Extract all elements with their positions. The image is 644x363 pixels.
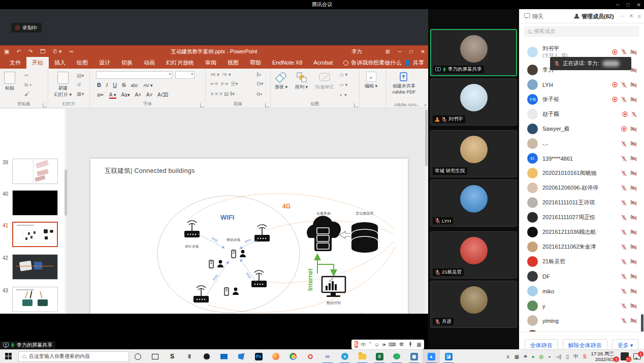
- start-button[interactable]: [5, 353, 12, 360]
- member-row[interactable]: miko: [519, 284, 644, 298]
- layout-icon[interactable]: ▤▾: [77, 73, 84, 79]
- member-row[interactable]: 202161111011王诗琪: [519, 195, 644, 210]
- camera-off-icon[interactable]: [630, 126, 637, 132]
- ime-mode-icon[interactable]: 中: [573, 353, 578, 360]
- mic-muted-icon[interactable]: [621, 244, 627, 250]
- copy-icon[interactable]: ⧉ ▾: [24, 82, 31, 88]
- shrink-font-button[interactable]: A˅: [146, 92, 153, 98]
- punctuation-icon[interactable]: '’: [369, 342, 371, 347]
- ribbon-tab-切换[interactable]: 切换: [116, 57, 138, 69]
- new-slide-button[interactable]: 新建幻灯片 ▾: [54, 72, 72, 98]
- slide-thumbnail-43[interactable]: [12, 287, 58, 312]
- more-options-icon[interactable]: ⋯: [619, 13, 625, 19]
- member-row[interactable]: Sawyer_蔡: [519, 122, 644, 136]
- slide-thumbnail-40[interactable]: [12, 190, 58, 216]
- highlight-button[interactable]: a✏: [97, 92, 104, 98]
- create-pdf-button[interactable]: 创建并共享Adobe PDF: [392, 72, 416, 95]
- bullets-icon[interactable]: •≡ ▾ ¹≡ ▾: [211, 72, 231, 78]
- camera-off-icon[interactable]: [630, 185, 637, 191]
- tencent-meeting-icon[interactable]: ▲: [423, 350, 440, 363]
- member-row[interactable]: 子裕张子裕: [519, 92, 644, 107]
- member-row[interactable]: yiming: [519, 313, 644, 328]
- camera-off-icon[interactable]: [630, 215, 637, 220]
- member-row[interactable]: LYH: [519, 77, 644, 92]
- image-tool-icon[interactable]: ▣: [405, 350, 423, 363]
- slide-thumbnail-42[interactable]: [12, 254, 58, 280]
- emoji-icon[interactable]: ☺: [374, 342, 379, 347]
- mic-muted-icon[interactable]: [621, 215, 627, 221]
- notification-app-icon[interactable]: 51: [621, 352, 629, 360]
- mic-muted-icon[interactable]: [621, 97, 627, 103]
- tray-wechat-icon[interactable]: ●: [532, 354, 535, 359]
- video-tile[interactable]: 常城 研究生院: [430, 130, 517, 177]
- underline-button[interactable]: U: [113, 82, 117, 88]
- video-tile[interactable]: 月进: [430, 281, 517, 328]
- app-blue-icon[interactable]: [233, 350, 250, 363]
- editing-button[interactable]: ⌕ 编辑 ▾: [365, 72, 377, 89]
- tray-display-icon[interactable]: ▯: [566, 354, 569, 359]
- minimize-icon[interactable]: ─: [616, 2, 619, 8]
- task-view-icon[interactable]: [146, 350, 164, 363]
- tray-mic-icon[interactable]: 🕪: [524, 353, 527, 359]
- drawing-dialog-launcher[interactable]: [354, 103, 358, 107]
- member-row[interactable]: 61139****4861: [519, 151, 644, 166]
- font-name-combo[interactable]: [96, 71, 172, 79]
- mic-muted-icon[interactable]: [631, 111, 637, 117]
- close-icon[interactable]: ✕: [637, 2, 641, 8]
- file-explorer-icon[interactable]: [353, 350, 371, 363]
- ribbon-tab-设计[interactable]: 设计: [93, 57, 116, 69]
- clipboard-dialog-launcher[interactable]: [43, 103, 47, 107]
- member-row[interactable]: -.-: [519, 136, 644, 151]
- font-dialog-launcher[interactable]: [200, 103, 204, 107]
- collapse-ribbon-icon[interactable]: ˄: [424, 103, 427, 108]
- slideshow-icon[interactable]: 🗔: [40, 48, 46, 54]
- grid-icon[interactable]: ▦: [416, 342, 421, 347]
- mic-muted-icon[interactable]: [621, 259, 627, 265]
- mic-muted-icon[interactable]: [435, 319, 440, 325]
- keyboard-icon[interactable]: ⌨: [389, 342, 396, 347]
- section-icon[interactable]: ▦▾: [77, 91, 84, 97]
- ppt-minimize-icon[interactable]: ─: [398, 49, 401, 54]
- undo-icon[interactable]: ↶: [16, 48, 21, 55]
- ribbon-tab-帮助[interactable]: 帮助: [244, 57, 267, 69]
- camera-off-icon[interactable]: [630, 244, 637, 250]
- camera-off-icon[interactable]: [630, 200, 637, 205]
- tray-volume-icon[interactable]: ◅): [556, 354, 561, 359]
- member-row[interactable]: 202061206096-赵停停: [519, 180, 644, 195]
- ribbon-tab-文件[interactable]: 文件: [4, 57, 26, 69]
- redo-icon[interactable]: ↷: [28, 48, 33, 55]
- recording-icon[interactable]: [622, 111, 628, 117]
- font-color-button[interactable]: A ▾: [109, 92, 116, 99]
- align-icons[interactable]: ≡ ≡ ≡ ▤ ⫴▾: [211, 91, 235, 97]
- change-case-button[interactable]: Aa▾: [121, 92, 130, 98]
- text-direction-icon[interactable]: ⫼▾: [256, 72, 261, 78]
- github-desktop-icon[interactable]: [198, 350, 215, 363]
- mic-muted-icon[interactable]: [621, 303, 627, 309]
- bold-button[interactable]: B: [97, 82, 101, 88]
- tray-expand-icon[interactable]: ∧: [506, 354, 509, 359]
- member-row[interactable]: Z.Si: [519, 328, 644, 331]
- mail-icon[interactable]: [215, 350, 233, 363]
- tab-chat[interactable]: 聊天: [519, 9, 549, 23]
- shape-fill-icon[interactable]: ◇ ▾: [340, 72, 348, 78]
- strikethrough-button[interactable]: S: [122, 82, 125, 88]
- camera-off-icon[interactable]: [630, 303, 637, 309]
- video-tile[interactable]: 刘书宇: [430, 78, 517, 126]
- cortana-icon[interactable]: [129, 350, 146, 363]
- shape-effects-icon[interactable]: ◐ ▾: [340, 92, 347, 98]
- recording-icon[interactable]: [612, 49, 618, 55]
- slide-thumbnail-39[interactable]: [12, 159, 58, 184]
- notification-center-icon[interactable]: 1: [633, 353, 641, 359]
- mic-on-icon[interactable]: [442, 67, 446, 72]
- arrange-button[interactable]: 排列 ▾: [295, 72, 308, 90]
- mic-muted-icon[interactable]: [621, 274, 627, 280]
- mic-muted-icon[interactable]: [621, 229, 627, 235]
- mic-muted-icon[interactable]: [621, 141, 627, 147]
- ppt-share-button[interactable]: 👤 共享: [404, 57, 424, 69]
- shapes-button[interactable]: 形状 ▾: [275, 72, 287, 90]
- excel-icon[interactable]: X: [371, 350, 388, 363]
- ribbon-tab-动画[interactable]: 动画: [138, 57, 160, 69]
- ppt-close-icon[interactable]: ✕: [421, 49, 425, 54]
- camera-off-icon[interactable]: [630, 156, 637, 161]
- slide-scrollbar[interactable]: [425, 109, 428, 340]
